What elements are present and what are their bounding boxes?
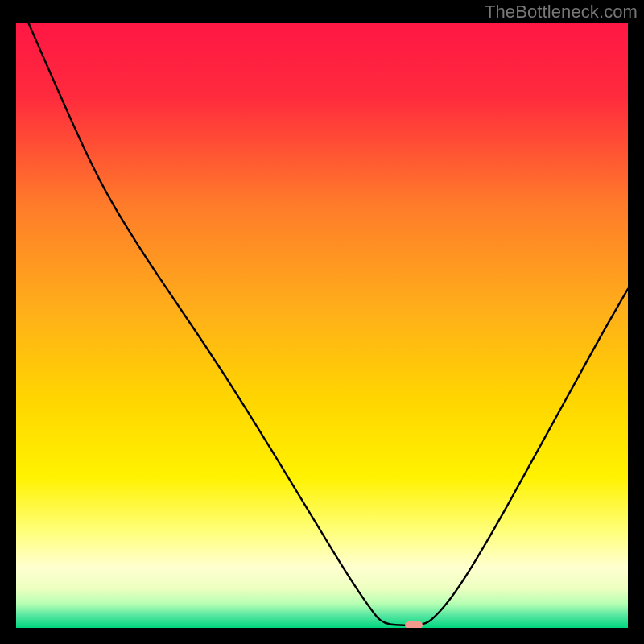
plot-background	[16, 23, 628, 628]
bottleneck-plot	[16, 23, 628, 628]
optimal-marker	[405, 621, 423, 628]
watermark-text: TheBottleneck.com	[485, 2, 638, 23]
chart-frame: TheBottleneck.com	[0, 0, 644, 644]
